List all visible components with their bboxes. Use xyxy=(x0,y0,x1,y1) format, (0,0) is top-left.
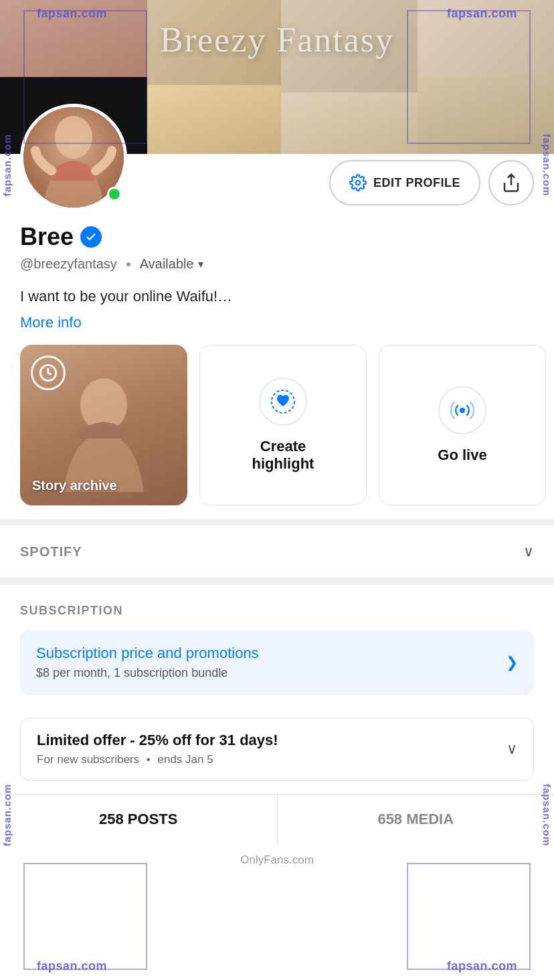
edit-profile-button[interactable]: EDIT PROFILE xyxy=(329,160,480,206)
highlight-icon xyxy=(259,378,307,426)
create-highlight-card[interactable]: Createhighlight xyxy=(199,345,367,505)
limited-offer-subtitle: For new subscribers • ends Jan 5 xyxy=(37,753,278,766)
offer-ends: ends Jan 5 xyxy=(157,753,213,766)
handle-separator xyxy=(126,262,130,266)
subscription-heading: SUBSCRIPTION xyxy=(20,604,534,618)
clock-icon xyxy=(31,355,66,390)
golive-icon xyxy=(438,386,486,434)
stories-section: Story archive Createhighlight Go live xyxy=(0,331,554,519)
offer-dot-sep: • xyxy=(147,753,151,766)
stats-footer: 258 POSTS 658 MEDIA xyxy=(0,794,554,844)
profile-handle: @breezyfantasy xyxy=(20,256,117,272)
watermark-side-right: fapsan.com xyxy=(541,134,553,196)
subscription-card[interactable]: Subscription price and promotions $8 per… xyxy=(20,630,534,695)
limited-offer-title: Limited offer - 25% off for 31 days! xyxy=(37,732,278,749)
limited-offer-content: Limited offer - 25% off for 31 days! For… xyxy=(37,732,278,766)
spotify-label: SPOTIFY xyxy=(20,544,82,560)
watermark-bottom-right: fapsan.com xyxy=(447,959,517,973)
avatar-wrapper xyxy=(20,104,127,211)
status-label: Available xyxy=(140,256,194,272)
create-highlight-label: Createhighlight xyxy=(252,438,314,473)
spotify-section[interactable]: SPOTIFY ∨ xyxy=(0,525,554,578)
status-chevron-icon: ▾ xyxy=(198,258,203,270)
limited-offer-banner[interactable]: Limited offer - 25% off for 31 days! For… xyxy=(20,718,534,781)
status-dropdown[interactable]: Available ▾ xyxy=(140,256,203,272)
border-overlay-br xyxy=(407,863,531,970)
go-live-label: Go live xyxy=(438,446,486,464)
media-stat[interactable]: 658 MEDIA xyxy=(278,795,555,844)
watermark-bottom-left: fapsan.com xyxy=(37,959,107,973)
go-live-card[interactable]: Go live xyxy=(379,345,546,505)
verified-badge xyxy=(80,226,102,248)
watermark-side-left: fapsan.com xyxy=(1,134,13,196)
subscription-card-title: Subscription price and promotions xyxy=(36,645,259,662)
subscription-chevron-icon: ❯ xyxy=(506,654,518,671)
share-icon xyxy=(501,173,521,193)
more-info-link[interactable]: More info xyxy=(20,314,82,331)
offer-for-new: For new subscribers xyxy=(37,753,139,766)
cover-title: Breezy Fantasy xyxy=(160,20,394,60)
story-archive-card[interactable]: Story archive xyxy=(20,345,187,505)
edit-profile-label: EDIT PROFILE xyxy=(373,176,460,190)
watermark-side-right2: fapsan.com xyxy=(541,784,553,846)
posts-stat[interactable]: 258 POSTS xyxy=(0,795,278,844)
subscription-card-content: Subscription price and promotions $8 per… xyxy=(36,645,259,680)
watermark-top-right: fapsan.com xyxy=(447,7,517,21)
svg-point-7 xyxy=(460,408,465,413)
section-divider-2 xyxy=(0,578,554,585)
spotify-chevron-icon: ∨ xyxy=(523,543,534,560)
offer-chevron-icon: ∨ xyxy=(506,740,517,758)
profile-name-row: Bree xyxy=(20,223,534,251)
svg-point-2 xyxy=(356,181,361,185)
story-archive-label: Story archive xyxy=(32,478,117,493)
section-divider-1 xyxy=(0,519,554,525)
border-overlay-bl xyxy=(23,863,147,970)
bio-text: I want to be your online Waifu!… xyxy=(20,285,534,307)
subscription-section: SUBSCRIPTION Subscription price and prom… xyxy=(0,585,554,706)
onlyfans-watermark: OnlyFans.com xyxy=(0,844,554,872)
highlight-heart-icon xyxy=(270,389,296,414)
profile-name: Bree xyxy=(20,223,74,251)
profile-handle-row: @breezyfantasy Available ▾ xyxy=(20,256,534,272)
broadcast-icon xyxy=(450,398,475,423)
share-button[interactable] xyxy=(488,160,534,206)
subscription-card-subtitle: $8 per month, 1 subscription bundle xyxy=(36,666,259,680)
watermark-side-left2: fapsan.com xyxy=(1,784,13,846)
checkmark-icon xyxy=(85,231,97,243)
watermark-top-left: fapsan.com xyxy=(37,7,107,21)
action-buttons: EDIT PROFILE xyxy=(329,160,534,206)
gear-icon xyxy=(349,174,367,191)
online-indicator xyxy=(107,187,122,201)
svg-point-1 xyxy=(55,116,92,159)
